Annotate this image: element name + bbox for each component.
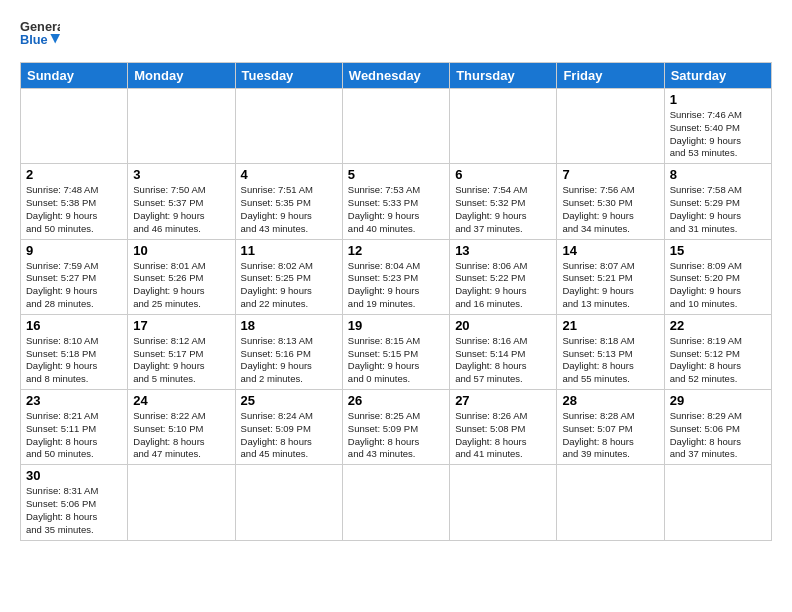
weekday-header-saturday: Saturday: [664, 63, 771, 89]
cell-info: Sunrise: 8:13 AMSunset: 5:16 PMDaylight:…: [241, 335, 337, 386]
cell-date: 13: [455, 243, 551, 258]
cell-date: 18: [241, 318, 337, 333]
calendar-page: General Blue SundayMondayTuesdayWednesda…: [0, 0, 792, 612]
calendar-cell: 9Sunrise: 7:59 AMSunset: 5:27 PMDaylight…: [21, 239, 128, 314]
cell-date: 7: [562, 167, 658, 182]
weekday-header-row: SundayMondayTuesdayWednesdayThursdayFrid…: [21, 63, 772, 89]
calendar-week-row: 30Sunrise: 8:31 AMSunset: 5:06 PMDayligh…: [21, 465, 772, 540]
cell-date: 3: [133, 167, 229, 182]
header: General Blue: [20, 16, 772, 52]
cell-date: 12: [348, 243, 444, 258]
weekday-header-sunday: Sunday: [21, 63, 128, 89]
cell-date: 9: [26, 243, 122, 258]
cell-date: 1: [670, 92, 766, 107]
weekday-header-wednesday: Wednesday: [342, 63, 449, 89]
weekday-header-thursday: Thursday: [450, 63, 557, 89]
weekday-header-monday: Monday: [128, 63, 235, 89]
calendar-cell: 22Sunrise: 8:19 AMSunset: 5:12 PMDayligh…: [664, 314, 771, 389]
cell-date: 14: [562, 243, 658, 258]
calendar-cell: [21, 89, 128, 164]
cell-info: Sunrise: 8:04 AMSunset: 5:23 PMDaylight:…: [348, 260, 444, 311]
cell-info: Sunrise: 8:06 AMSunset: 5:22 PMDaylight:…: [455, 260, 551, 311]
cell-date: 27: [455, 393, 551, 408]
cell-date: 4: [241, 167, 337, 182]
cell-info: Sunrise: 8:18 AMSunset: 5:13 PMDaylight:…: [562, 335, 658, 386]
calendar-cell: 19Sunrise: 8:15 AMSunset: 5:15 PMDayligh…: [342, 314, 449, 389]
cell-info: Sunrise: 8:12 AMSunset: 5:17 PMDaylight:…: [133, 335, 229, 386]
calendar-cell: 7Sunrise: 7:56 AMSunset: 5:30 PMDaylight…: [557, 164, 664, 239]
calendar-cell: [342, 465, 449, 540]
cell-info: Sunrise: 8:15 AMSunset: 5:15 PMDaylight:…: [348, 335, 444, 386]
svg-marker-2: [50, 34, 60, 44]
cell-date: 23: [26, 393, 122, 408]
cell-info: Sunrise: 7:59 AMSunset: 5:27 PMDaylight:…: [26, 260, 122, 311]
cell-info: Sunrise: 8:19 AMSunset: 5:12 PMDaylight:…: [670, 335, 766, 386]
calendar-table: SundayMondayTuesdayWednesdayThursdayFrid…: [20, 62, 772, 541]
cell-info: Sunrise: 8:22 AMSunset: 5:10 PMDaylight:…: [133, 410, 229, 461]
calendar-cell: 26Sunrise: 8:25 AMSunset: 5:09 PMDayligh…: [342, 390, 449, 465]
cell-info: Sunrise: 8:29 AMSunset: 5:06 PMDaylight:…: [670, 410, 766, 461]
calendar-cell: 29Sunrise: 8:29 AMSunset: 5:06 PMDayligh…: [664, 390, 771, 465]
weekday-header-friday: Friday: [557, 63, 664, 89]
calendar-cell: 12Sunrise: 8:04 AMSunset: 5:23 PMDayligh…: [342, 239, 449, 314]
calendar-cell: 10Sunrise: 8:01 AMSunset: 5:26 PMDayligh…: [128, 239, 235, 314]
calendar-week-row: 1Sunrise: 7:46 AMSunset: 5:40 PMDaylight…: [21, 89, 772, 164]
cell-info: Sunrise: 7:46 AMSunset: 5:40 PMDaylight:…: [670, 109, 766, 160]
cell-date: 6: [455, 167, 551, 182]
calendar-cell: [128, 465, 235, 540]
calendar-week-row: 23Sunrise: 8:21 AMSunset: 5:11 PMDayligh…: [21, 390, 772, 465]
calendar-week-row: 16Sunrise: 8:10 AMSunset: 5:18 PMDayligh…: [21, 314, 772, 389]
calendar-cell: 8Sunrise: 7:58 AMSunset: 5:29 PMDaylight…: [664, 164, 771, 239]
cell-info: Sunrise: 7:54 AMSunset: 5:32 PMDaylight:…: [455, 184, 551, 235]
cell-date: 2: [26, 167, 122, 182]
cell-date: 11: [241, 243, 337, 258]
cell-info: Sunrise: 8:26 AMSunset: 5:08 PMDaylight:…: [455, 410, 551, 461]
calendar-cell: 23Sunrise: 8:21 AMSunset: 5:11 PMDayligh…: [21, 390, 128, 465]
calendar-cell: 3Sunrise: 7:50 AMSunset: 5:37 PMDaylight…: [128, 164, 235, 239]
cell-info: Sunrise: 7:58 AMSunset: 5:29 PMDaylight:…: [670, 184, 766, 235]
cell-date: 28: [562, 393, 658, 408]
cell-info: Sunrise: 8:10 AMSunset: 5:18 PMDaylight:…: [26, 335, 122, 386]
cell-info: Sunrise: 7:48 AMSunset: 5:38 PMDaylight:…: [26, 184, 122, 235]
cell-info: Sunrise: 8:25 AMSunset: 5:09 PMDaylight:…: [348, 410, 444, 461]
cell-date: 22: [670, 318, 766, 333]
cell-info: Sunrise: 8:02 AMSunset: 5:25 PMDaylight:…: [241, 260, 337, 311]
svg-text:Blue: Blue: [20, 32, 48, 47]
calendar-cell: 20Sunrise: 8:16 AMSunset: 5:14 PMDayligh…: [450, 314, 557, 389]
calendar-week-row: 2Sunrise: 7:48 AMSunset: 5:38 PMDaylight…: [21, 164, 772, 239]
cell-info: Sunrise: 7:53 AMSunset: 5:33 PMDaylight:…: [348, 184, 444, 235]
cell-info: Sunrise: 7:50 AMSunset: 5:37 PMDaylight:…: [133, 184, 229, 235]
cell-date: 24: [133, 393, 229, 408]
cell-date: 21: [562, 318, 658, 333]
calendar-week-row: 9Sunrise: 7:59 AMSunset: 5:27 PMDaylight…: [21, 239, 772, 314]
calendar-cell: 11Sunrise: 8:02 AMSunset: 5:25 PMDayligh…: [235, 239, 342, 314]
cell-date: 25: [241, 393, 337, 408]
calendar-cell: [450, 465, 557, 540]
weekday-header-tuesday: Tuesday: [235, 63, 342, 89]
calendar-cell: 5Sunrise: 7:53 AMSunset: 5:33 PMDaylight…: [342, 164, 449, 239]
cell-date: 29: [670, 393, 766, 408]
calendar-cell: 15Sunrise: 8:09 AMSunset: 5:20 PMDayligh…: [664, 239, 771, 314]
cell-date: 19: [348, 318, 444, 333]
logo: General Blue: [20, 16, 60, 52]
cell-date: 30: [26, 468, 122, 483]
cell-info: Sunrise: 7:56 AMSunset: 5:30 PMDaylight:…: [562, 184, 658, 235]
cell-date: 10: [133, 243, 229, 258]
cell-info: Sunrise: 8:07 AMSunset: 5:21 PMDaylight:…: [562, 260, 658, 311]
calendar-cell: 4Sunrise: 7:51 AMSunset: 5:35 PMDaylight…: [235, 164, 342, 239]
calendar-cell: 25Sunrise: 8:24 AMSunset: 5:09 PMDayligh…: [235, 390, 342, 465]
cell-info: Sunrise: 8:09 AMSunset: 5:20 PMDaylight:…: [670, 260, 766, 311]
cell-info: Sunrise: 8:16 AMSunset: 5:14 PMDaylight:…: [455, 335, 551, 386]
cell-date: 20: [455, 318, 551, 333]
calendar-cell: [235, 465, 342, 540]
generalblue-logo-icon: General Blue: [20, 16, 60, 52]
calendar-cell: 16Sunrise: 8:10 AMSunset: 5:18 PMDayligh…: [21, 314, 128, 389]
calendar-cell: [557, 89, 664, 164]
calendar-cell: 13Sunrise: 8:06 AMSunset: 5:22 PMDayligh…: [450, 239, 557, 314]
cell-info: Sunrise: 8:01 AMSunset: 5:26 PMDaylight:…: [133, 260, 229, 311]
cell-date: 8: [670, 167, 766, 182]
calendar-cell: [450, 89, 557, 164]
cell-info: Sunrise: 8:31 AMSunset: 5:06 PMDaylight:…: [26, 485, 122, 536]
calendar-cell: 6Sunrise: 7:54 AMSunset: 5:32 PMDaylight…: [450, 164, 557, 239]
cell-date: 16: [26, 318, 122, 333]
